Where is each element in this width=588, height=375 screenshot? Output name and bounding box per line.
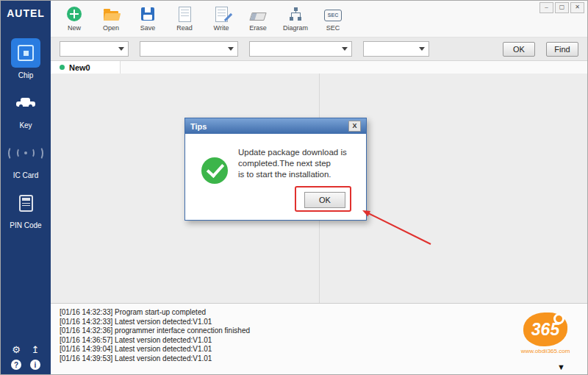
dialog-message: Update package download is completed.The… [238,147,347,180]
toolbar: New Open Save Read Write Erase Diagram S… [51,1,587,38]
filter-dropdown-3[interactable] [249,41,352,57]
tips-dialog: Tips X Update package download is comple… [184,118,367,221]
ok-button[interactable]: OK [503,42,535,57]
chevron-down-icon [228,47,234,51]
sidebar-item-ic-card[interactable]: IC Card [1,138,51,179]
write-button[interactable]: Write [209,7,233,32]
log-line: [01/16 14:39:53] Latest version detected… [60,354,587,364]
log-line: [01/16 14:36:57] Latest version detected… [60,336,587,346]
new-button[interactable]: New [62,7,86,32]
sidebar-item-label: PIN Code [10,221,41,229]
tab-label: New0 [69,63,90,72]
erase-button[interactable]: Erase [246,7,270,32]
watermark: 365 www.obdii365.com [518,312,573,354]
log-line: [01/16 14:32:36] programmer interface co… [60,326,587,336]
eraser-icon [249,12,267,21]
ic-card-signal-icon [8,146,43,160]
floppy-save-icon [141,7,154,21]
read-button[interactable]: Read [173,7,196,32]
save-button[interactable]: Save [136,7,159,32]
tab-bar: New0 [51,61,587,74]
sidebar: AUTEL Chip Key IC Card PI [1,1,51,374]
sidebar-item-label: Key [19,121,32,129]
sidebar-item-pin-code[interactable]: PIN Code [1,188,51,229]
sec-button[interactable]: SEC SEC [321,7,345,32]
sidebar-item-key[interactable]: Key [1,88,51,129]
green-dot-icon [60,65,65,70]
write-document-icon [215,7,228,22]
main-area: Tips X Update package download is comple… [51,74,587,303]
brand-logo: AUTEL [1,1,51,29]
help-icon[interactable]: ? [11,360,21,370]
sec-chip-icon: SEC [324,10,342,21]
folder-open-icon [104,11,118,21]
watermark-365-logo: 365 [523,312,567,346]
dialog-title-text: Tips [190,122,207,131]
chip-icon [18,45,34,61]
app-window: – ▢ ✕ AUTEL Chip Key IC Card [0,0,588,375]
upload-icon[interactable]: ↥ [32,344,40,355]
new-icon [67,7,82,21]
filter-dropdown-2[interactable] [140,41,238,57]
filter-dropdown-4[interactable] [363,41,429,57]
dialog-ok-button[interactable]: OK [304,192,345,208]
chevron-down-icon [342,47,348,51]
gear-icon[interactable]: ⚙ [12,344,21,355]
log-line: [01/16 14:39:04] Latest version detected… [60,345,587,354]
minimize-button[interactable]: – [539,2,553,13]
maximize-button[interactable]: ▢ [555,2,569,13]
dialog-close-icon[interactable]: X [348,121,361,132]
sidebar-item-label: IC Card [13,171,38,179]
filter-bar: OK Find [51,38,587,61]
success-check-icon [201,157,228,184]
watermark-url: www.obdii365.com [518,348,573,354]
log-line: [01/16 14:32:33] Latest version detected… [60,318,587,327]
open-button[interactable]: Open [99,7,123,32]
diagram-icon [288,7,303,21]
diagram-button[interactable]: Diagram [283,7,308,32]
dialog-body: Update package download is completed.The… [185,134,366,220]
filter-dropdown-1[interactable] [60,41,129,57]
sidebar-item-label: Chip [18,71,34,79]
sidebar-item-chip[interactable]: Chip [1,38,51,79]
car-key-icon [16,98,35,108]
log-line: [01/16 14:32:33] Program start-up comple… [60,308,587,318]
info-icon[interactable]: i [30,360,40,370]
read-document-icon [179,7,191,22]
sidebar-bottom-icons: ⚙ ↥ ? i [1,344,51,370]
chevron-down-icon [118,47,124,51]
log-panel: [01/16 14:32:33] Program start-up comple… [51,303,587,374]
pin-device-icon [19,195,33,212]
scroll-down-icon[interactable]: ▼ [557,362,565,371]
close-button[interactable]: ✕ [570,2,584,13]
tab-new0[interactable]: New0 [51,61,121,74]
chevron-down-icon [419,47,425,51]
dialog-titlebar: Tips X [185,118,366,134]
find-button[interactable]: Find [546,42,578,57]
window-controls: – ▢ ✕ [539,2,584,13]
